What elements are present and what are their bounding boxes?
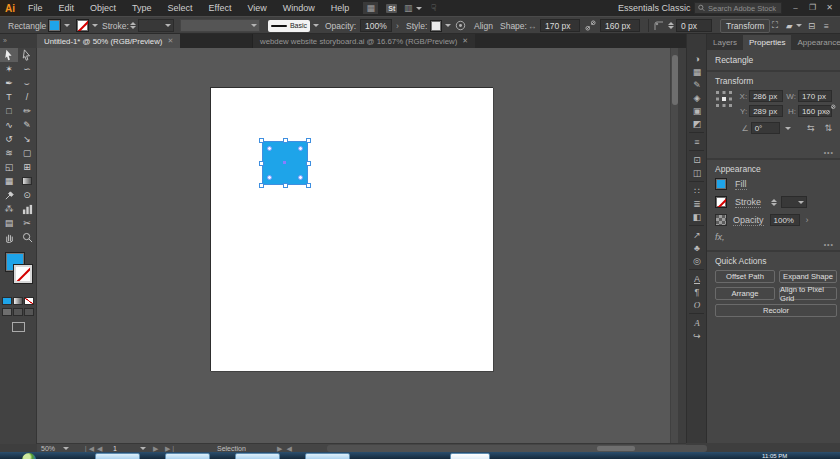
minimize-button[interactable]: – <box>787 0 804 16</box>
shape-width-field[interactable]: 170 px <box>540 17 580 34</box>
asset-export-panel-icon[interactable]: ◫ <box>687 166 707 179</box>
recolor-button[interactable]: Recolor <box>715 304 837 317</box>
symbols-panel-icon[interactable]: ◈ <box>687 91 707 104</box>
handle-bottom-center[interactable] <box>283 183 288 188</box>
paintbrush-tool[interactable]: ✏ <box>18 104 36 118</box>
stroke-none-indicator[interactable] <box>14 265 32 283</box>
taskbar-app-button[interactable] <box>450 453 490 459</box>
free-transform-icon[interactable]: ⛶ <box>772 17 778 34</box>
fill-color-control[interactable] <box>48 17 70 34</box>
blend-tool[interactable]: ⊙ <box>18 188 36 202</box>
corner-widget-bottom-right[interactable] <box>298 175 303 180</box>
rotation-field[interactable]: 0° <box>751 122 780 134</box>
taskbar-app-button[interactable] <box>235 453 280 459</box>
shape-height-field[interactable]: 160 px <box>600 17 640 34</box>
isolate-icon[interactable]: ⊟ <box>808 17 815 34</box>
panel-options-icon[interactable]: ≡ <box>824 17 829 34</box>
close-tab-icon[interactable]: ✕ <box>167 37 173 45</box>
paragraph-panel-icon[interactable]: ¶ <box>687 285 707 298</box>
corner-widget-top-right[interactable] <box>298 146 303 151</box>
arrange-documents-icon[interactable]: ▥ <box>405 2 420 14</box>
type-tool[interactable]: T <box>0 90 18 104</box>
share-panel-icon[interactable]: ↪ <box>687 329 707 342</box>
rectangle-tool[interactable]: □ <box>0 104 18 118</box>
toolbar-collapse-chevrons[interactable]: » <box>0 34 37 48</box>
shape-builder-tool[interactable]: ◱ <box>0 160 18 174</box>
corner-radius-stepper[interactable] <box>666 17 676 34</box>
mesh-tool[interactable]: ▦ <box>0 174 18 188</box>
tab-appearance[interactable]: Appearance <box>791 35 840 50</box>
width-profile-dropdown[interactable] <box>180 17 260 34</box>
fill-link[interactable]: Fill <box>735 179 747 190</box>
handle-top-center[interactable] <box>283 138 288 143</box>
screen-mode-button[interactable] <box>12 322 25 332</box>
rotate-tool[interactable]: ↺ <box>0 132 18 146</box>
tab-properties[interactable]: Properties <box>743 35 791 50</box>
menu-file[interactable]: File <box>20 0 51 16</box>
stroke-weight-stepper[interactable] <box>128 17 138 34</box>
pen-tool[interactable]: ✒ <box>0 76 18 90</box>
appearance-stroke-swatch[interactable] <box>715 196 727 208</box>
pencil-tool[interactable]: ✎ <box>18 118 36 132</box>
gradient-tool[interactable] <box>18 174 36 188</box>
opacity-icon[interactable] <box>715 214 727 226</box>
style-dropdown[interactable] <box>430 17 451 34</box>
fill-swatch[interactable] <box>48 19 61 32</box>
stroke-weight-dropdown[interactable] <box>781 196 807 208</box>
free-transform-tool[interactable]: ▢ <box>18 146 36 160</box>
bridge-icon[interactable]: ▦ <box>363 2 378 14</box>
slice-tool[interactable]: ✂ <box>18 216 36 230</box>
draw-inside-button[interactable] <box>24 308 34 316</box>
symbol-sprayer-tool[interactable]: ⁂ <box>0 202 18 216</box>
magic-wand-tool[interactable]: ✶ <box>0 62 18 76</box>
horizontal-scrollbar-thumb[interactable] <box>597 446 635 451</box>
artboard-tool[interactable]: ▤ <box>0 216 18 230</box>
tab-untitled-1[interactable]: Untitled-1* @ 50% (RGB/Preview) ✕ <box>37 34 180 48</box>
x-field[interactable]: 286 px <box>749 90 783 102</box>
selection-tool[interactable] <box>0 48 18 62</box>
corner-widget-top-left[interactable] <box>267 146 272 151</box>
align-label[interactable]: Align <box>474 17 493 34</box>
more-options-icon[interactable]: ••• <box>824 149 834 156</box>
search-input[interactable] <box>708 4 778 13</box>
canvas-area[interactable] <box>37 48 678 443</box>
offset-path-button[interactable]: Offset Path <box>715 270 775 283</box>
width-tool[interactable]: ≋ <box>0 146 18 160</box>
stock-search[interactable] <box>694 2 782 14</box>
curvature-tool[interactable]: ⌣ <box>18 76 36 90</box>
flip-horizontal-icon[interactable]: ⇆ <box>807 123 815 133</box>
reference-point-selector[interactable] <box>715 90 733 110</box>
recolor-artwork-icon[interactable] <box>455 17 466 34</box>
brush-definition-dropdown[interactable]: Basic <box>268 17 319 34</box>
taskbar-app-button[interactable] <box>305 453 350 459</box>
symbols-library-icon[interactable]: ♣ <box>687 241 707 254</box>
opacity-label[interactable]: Opacity: <box>325 17 356 34</box>
handle-top-right[interactable] <box>306 138 311 143</box>
selected-rectangle[interactable] <box>262 141 308 185</box>
opacity-expand-icon[interactable]: › <box>396 17 399 34</box>
adobe-stock-icon[interactable]: St <box>384 2 399 14</box>
handle-middle-left[interactable] <box>259 161 264 166</box>
close-button[interactable]: ✕ <box>821 0 838 16</box>
swatches-panel-icon[interactable]: ▦ <box>687 65 707 78</box>
menu-help[interactable]: Help <box>323 0 358 16</box>
color-button[interactable] <box>2 297 12 305</box>
scale-tool[interactable]: ↘ <box>18 132 36 146</box>
flip-vertical-icon[interactable]: ⇅ <box>824 123 832 133</box>
corner-widget-bottom-left[interactable] <box>267 175 272 180</box>
align-to-pixel-grid-button[interactable]: Align to Pixel Grid <box>779 287 837 300</box>
menu-effect[interactable]: Effect <box>201 0 240 16</box>
stroke-panel-icon[interactable]: ≡ <box>687 135 707 148</box>
tab-webdew-storyboard[interactable]: webdew website storyboard.ai @ 16.67% (R… <box>252 34 475 48</box>
stroke-none-swatch[interactable] <box>76 19 89 32</box>
stroke-weight-stepper[interactable] <box>771 199 777 206</box>
handle-bottom-right[interactable] <box>306 183 311 188</box>
perspective-grid-tool[interactable]: ⊞ <box>18 160 36 174</box>
pathfinder-panel-icon[interactable]: ◧ <box>687 210 707 223</box>
corner-radius-field[interactable]: 0 px <box>676 17 712 34</box>
libraries-panel-icon[interactable]: ◎ <box>687 254 707 267</box>
link-dimensions-icon[interactable] <box>585 17 596 34</box>
transform-panel-icon[interactable]: ∷ <box>687 184 707 197</box>
draw-normal-button[interactable] <box>2 308 12 316</box>
close-tab-icon[interactable]: ✕ <box>462 37 468 45</box>
